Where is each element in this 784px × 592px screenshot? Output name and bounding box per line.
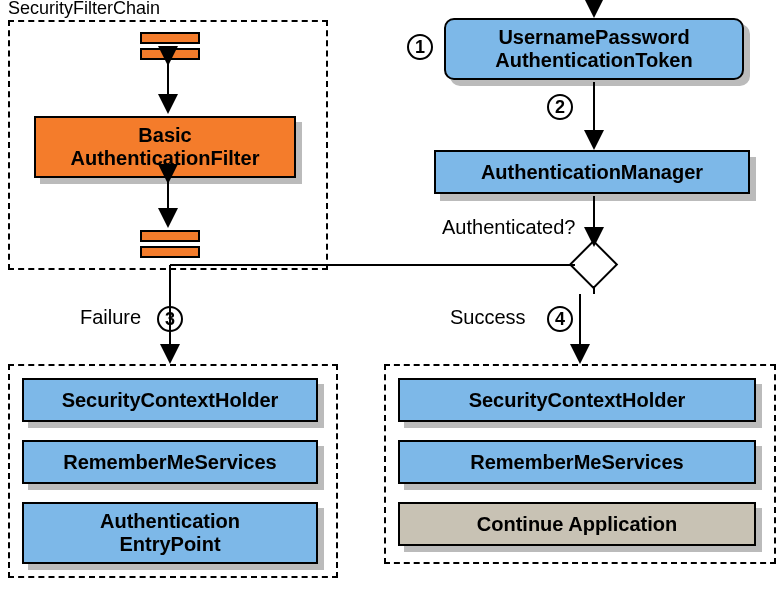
token-line2: AuthenticationToken (446, 49, 742, 72)
failure-remembermeservices-box: RememberMeServices (22, 440, 318, 484)
badge-1: 1 (407, 34, 433, 60)
manager-label: AuthenticationManager (436, 161, 748, 184)
failure-c-line2: EntryPoint (24, 533, 316, 556)
filter-label-line1: Basic (36, 124, 294, 147)
success-continue-application-box: Continue Application (398, 502, 756, 546)
pipeline-bar (140, 32, 200, 44)
decision-diamond (569, 240, 618, 289)
success-c-label: Continue Application (400, 513, 754, 536)
authentication-manager-box: AuthenticationManager (434, 150, 750, 194)
failure-panel: SecurityContextHolder RememberMeServices… (8, 364, 338, 578)
badge-3: 3 (157, 306, 183, 332)
failure-securitycontextholder-box: SecurityContextHolder (22, 378, 318, 422)
decision-label: Authenticated? (442, 216, 575, 239)
success-a-label: SecurityContextHolder (400, 389, 754, 412)
pipeline-bar (140, 246, 200, 258)
basic-authentication-filter-box: Basic AuthenticationFilter (34, 116, 296, 178)
failure-b-label: RememberMeServices (24, 451, 316, 474)
success-remembermeservices-box: RememberMeServices (398, 440, 756, 484)
success-b-label: RememberMeServices (400, 451, 754, 474)
success-panel: SecurityContextHolder RememberMeServices… (384, 364, 776, 564)
pipeline-bar (140, 48, 200, 60)
panel-title: SecurityFilterChain (8, 0, 160, 19)
failure-c-line1: Authentication (24, 510, 316, 533)
token-line1: UsernamePassword (446, 26, 742, 49)
badge-4: 4 (547, 306, 573, 332)
failure-authentication-entrypoint-box: Authentication EntryPoint (22, 502, 318, 564)
success-securitycontextholder-box: SecurityContextHolder (398, 378, 756, 422)
username-password-token-box: UsernamePassword AuthenticationToken (444, 18, 744, 80)
security-filter-chain-panel: Basic AuthenticationFilter (8, 20, 328, 270)
filter-label-line2: AuthenticationFilter (36, 147, 294, 170)
success-label: Success (450, 306, 526, 329)
badge-2: 2 (547, 94, 573, 120)
pipeline-bar (140, 230, 200, 242)
failure-label: Failure (80, 306, 141, 329)
failure-a-label: SecurityContextHolder (24, 389, 316, 412)
